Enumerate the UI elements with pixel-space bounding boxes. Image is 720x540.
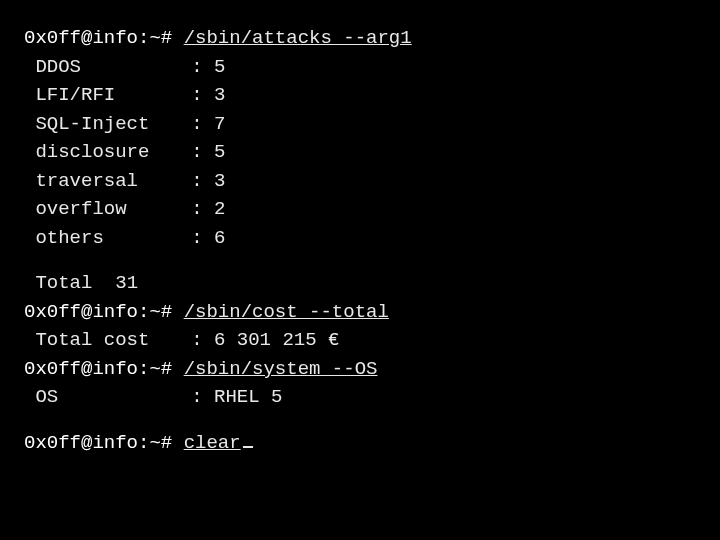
prompt: 0x0ff@info:~# [24, 301, 172, 323]
cost-value: 6 301 215 € [214, 329, 339, 351]
prompt: 0x0ff@info:~# [24, 27, 172, 49]
attacks-val: 6 [214, 227, 225, 249]
attacks-key: overflow [35, 195, 191, 224]
attacks-total: Total 31 [24, 269, 696, 298]
attacks-row: overflow:2 [24, 195, 696, 224]
prompt: 0x0ff@info:~# [24, 358, 172, 380]
blank-line [24, 412, 696, 429]
cost-row: Total cost:6 301 215 € [24, 326, 696, 355]
blank-line [24, 252, 696, 269]
terminal[interactable]: 0x0ff@info:~# /sbin/attacks --arg1 DDOS:… [0, 0, 720, 481]
attacks-key: traversal [35, 167, 191, 196]
attacks-val: 3 [214, 170, 225, 192]
attacks-key: SQL-Inject [35, 110, 191, 139]
system-label: OS [35, 383, 191, 412]
sep: : [191, 326, 214, 355]
attacks-key: LFI/RFI [35, 81, 191, 110]
command-cost: /sbin/cost --total [184, 301, 389, 323]
prompt: 0x0ff@info:~# [24, 432, 172, 454]
attacks-val: 5 [214, 141, 225, 163]
attacks-row: traversal:3 [24, 167, 696, 196]
command-clear: clear [184, 432, 241, 454]
sep: : [191, 53, 214, 82]
attacks-total-value: 31 [115, 272, 138, 294]
command-system: /sbin/system --OS [184, 358, 378, 380]
prompt-line-attacks: 0x0ff@info:~# /sbin/attacks --arg1 [24, 24, 696, 53]
attacks-row: DDOS:5 [24, 53, 696, 82]
attacks-val: 5 [214, 56, 225, 78]
attacks-row: others:6 [24, 224, 696, 253]
cursor-icon [243, 446, 253, 448]
sep: : [191, 224, 214, 253]
prompt-line-system: 0x0ff@info:~# /sbin/system --OS [24, 355, 696, 384]
prompt-line-cost: 0x0ff@info:~# /sbin/cost --total [24, 298, 696, 327]
attacks-key: others [35, 224, 191, 253]
sep: : [191, 383, 214, 412]
attacks-row: LFI/RFI:3 [24, 81, 696, 110]
attacks-key: DDOS [35, 53, 191, 82]
system-row: OS:RHEL 5 [24, 383, 696, 412]
sep: : [191, 167, 214, 196]
attacks-val: 2 [214, 198, 225, 220]
sep: : [191, 110, 214, 139]
system-value: RHEL 5 [214, 386, 282, 408]
sep: : [191, 81, 214, 110]
prompt-line-clear: 0x0ff@info:~# clear [24, 429, 696, 458]
attacks-total-label: Total [35, 272, 92, 294]
attacks-key: disclosure [35, 138, 191, 167]
attacks-val: 3 [214, 84, 225, 106]
sep: : [191, 138, 214, 167]
attacks-row: SQL-Inject:7 [24, 110, 696, 139]
command-attacks: /sbin/attacks --arg1 [184, 27, 412, 49]
attacks-row: disclosure:5 [24, 138, 696, 167]
cost-label: Total cost [35, 326, 191, 355]
sep: : [191, 195, 214, 224]
attacks-val: 7 [214, 113, 225, 135]
